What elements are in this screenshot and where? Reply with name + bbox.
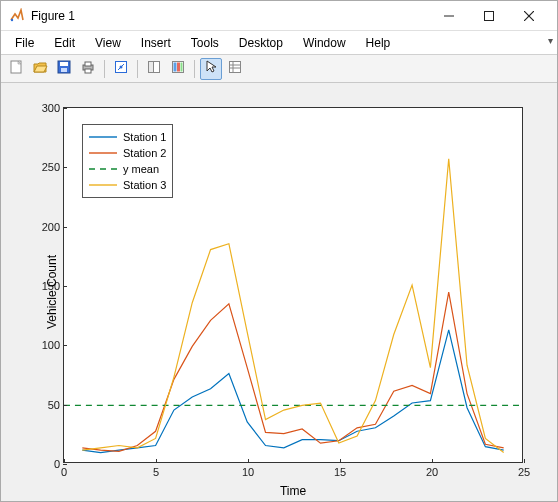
xtick-label: 15 <box>334 466 346 478</box>
xtick-label: 10 <box>242 466 254 478</box>
close-button[interactable] <box>509 2 549 30</box>
figure-canvas: Station 1Station 2y meanStation 3 Time 0… <box>1 83 557 501</box>
y-axis-label: Vehicle Count <box>45 255 59 329</box>
svg-rect-18 <box>174 63 177 72</box>
open-property-inspector-button[interactable] <box>224 58 246 80</box>
menu-edit[interactable]: Edit <box>44 33 85 53</box>
svg-rect-8 <box>61 68 67 72</box>
ytick-label: 200 <box>30 221 60 233</box>
legend-entry[interactable]: y mean <box>89 161 166 177</box>
svg-rect-2 <box>485 11 494 20</box>
ytick-mark <box>63 167 67 168</box>
legend-entry[interactable]: Station 3 <box>89 177 166 193</box>
series-station-3 <box>82 159 503 453</box>
ytick-mark <box>63 345 67 346</box>
toolbar-separator <box>194 60 195 78</box>
legend-swatch <box>89 163 117 175</box>
xtick-mark <box>248 459 249 463</box>
svg-rect-7 <box>60 62 68 66</box>
axes[interactable]: Station 1Station 2y meanStation 3 Time 0… <box>63 107 523 463</box>
toolbar <box>1 55 557 83</box>
legend-swatch <box>89 179 117 191</box>
open-icon <box>32 59 48 78</box>
legend-swatch <box>89 147 117 159</box>
ytick-mark <box>63 227 67 228</box>
ytick-label: 0 <box>30 458 60 470</box>
ytick-mark <box>63 286 67 287</box>
legend-swatch <box>89 131 117 143</box>
ytick-mark <box>63 108 67 109</box>
legend-label: y mean <box>123 163 159 175</box>
menubar-overflow-icon[interactable]: ▾ <box>548 35 553 46</box>
link-icon <box>146 59 162 78</box>
ytick-mark <box>63 464 67 465</box>
save-icon <box>56 59 72 78</box>
legend-label: Station 2 <box>123 147 166 159</box>
ytick-label: 250 <box>30 161 60 173</box>
titlebar: Figure 1 <box>1 1 557 31</box>
open-button[interactable] <box>29 58 51 80</box>
matlab-icon <box>9 8 25 24</box>
window-title: Figure 1 <box>31 9 429 23</box>
arrow-icon <box>203 59 219 78</box>
xtick-mark <box>524 459 525 463</box>
svg-rect-10 <box>85 62 91 66</box>
toolbar-separator <box>137 60 138 78</box>
menu-desktop[interactable]: Desktop <box>229 33 293 53</box>
menu-view[interactable]: View <box>85 33 131 53</box>
maximize-button[interactable] <box>469 2 509 30</box>
legend-label: Station 1 <box>123 131 166 143</box>
menu-tools[interactable]: Tools <box>181 33 229 53</box>
xtick-label: 0 <box>61 466 67 478</box>
xtick-mark <box>64 459 65 463</box>
xtick-mark <box>432 459 433 463</box>
svg-rect-16 <box>149 62 154 73</box>
ytick-label: 50 <box>30 399 60 411</box>
xtick-label: 5 <box>153 466 159 478</box>
print-icon <box>80 59 96 78</box>
menubar: FileEditViewInsertToolsDesktopWindowHelp… <box>1 31 557 55</box>
ytick-label: 300 <box>30 102 60 114</box>
legend-entry[interactable]: Station 2 <box>89 145 166 161</box>
ytick-mark <box>63 405 67 406</box>
toolbar-separator <box>104 60 105 78</box>
legend-label: Station 3 <box>123 179 166 191</box>
svg-point-14 <box>120 66 123 69</box>
inspector-icon <box>227 59 243 78</box>
data-cursor-button[interactable] <box>110 58 132 80</box>
link-plot-button[interactable] <box>143 58 165 80</box>
datacursor-icon <box>113 59 129 78</box>
menu-insert[interactable]: Insert <box>131 33 181 53</box>
xtick-mark <box>340 459 341 463</box>
series-station-2 <box>82 292 503 451</box>
ytick-label: 100 <box>30 339 60 351</box>
svg-rect-20 <box>181 63 183 72</box>
menu-window[interactable]: Window <box>293 33 356 53</box>
new-icon <box>8 59 24 78</box>
menu-file[interactable]: File <box>5 33 44 53</box>
x-axis-label: Time <box>280 484 306 498</box>
xtick-mark <box>156 459 157 463</box>
new-figure-button[interactable] <box>5 58 27 80</box>
series-station-1 <box>82 330 503 453</box>
xtick-label: 25 <box>518 466 530 478</box>
menu-help[interactable]: Help <box>356 33 401 53</box>
minimize-button[interactable] <box>429 2 469 30</box>
insert-colorbar-button[interactable] <box>167 58 189 80</box>
window-controls <box>429 2 549 30</box>
xtick-label: 20 <box>426 466 438 478</box>
save-button[interactable] <box>53 58 75 80</box>
print-button[interactable] <box>77 58 99 80</box>
edit-plot-button[interactable] <box>200 58 222 80</box>
svg-rect-21 <box>230 62 241 73</box>
colorbar-icon <box>170 59 186 78</box>
legend-entry[interactable]: Station 1 <box>89 129 166 145</box>
svg-rect-11 <box>85 69 91 73</box>
svg-point-0 <box>11 18 13 20</box>
svg-rect-19 <box>177 63 180 72</box>
legend[interactable]: Station 1Station 2y meanStation 3 <box>82 124 173 198</box>
